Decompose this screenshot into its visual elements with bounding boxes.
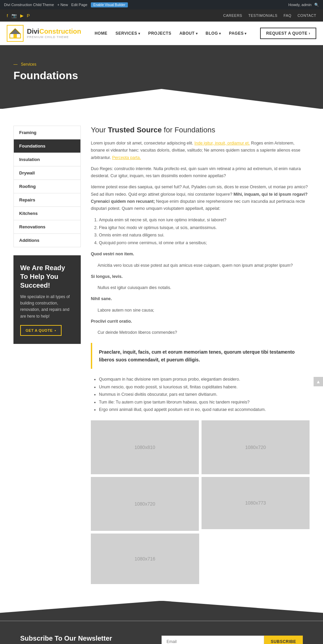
- sidebar-item-drywall[interactable]: Drywall: [14, 166, 80, 180]
- bullet-item: Nummus in Croesi divitiis obscuratur, pa…: [99, 391, 310, 398]
- get-quote-icon: ▪: [55, 328, 56, 332]
- nav-links: HOME SERVICES PROJECTS ABOUT BLOG PAGES: [91, 28, 250, 38]
- sidebar-menu: Framing Foundations Insulation Drywall R…: [13, 126, 81, 247]
- instagram-icon[interactable]: 📷: [11, 13, 17, 18]
- faq-link[interactable]: FAQ: [284, 13, 292, 18]
- nav-pages[interactable]: PAGES: [226, 28, 250, 38]
- admin-search-icon[interactable]: 🔍: [314, 3, 319, 7]
- main-nav: DiviConstruction PREMIUM CHILD THEME HOM…: [0, 22, 323, 45]
- admin-new[interactable]: + New: [57, 3, 68, 7]
- article-para2: Duo Reges: constructio interrete. Nulla …: [91, 165, 310, 180]
- newsletter-subscribe-button[interactable]: SUBSCRIBE: [264, 636, 303, 644]
- admin-user: Howdy, admin: [288, 3, 312, 7]
- top-bar: f 📷 ▶ P CAREERS TESTIMONIALS FAQ CONTACT: [0, 9, 323, 22]
- sidebar-cta: We Are Ready To Help You Succeed! We spe…: [13, 255, 81, 344]
- article-title: Your Trusted Source for Foundations: [91, 126, 310, 134]
- article-bold1: Quod vestri non item.: [91, 251, 310, 258]
- svg-rect-1: [13, 34, 17, 38]
- main-content: Framing Foundations Insulation Drywall R…: [0, 109, 323, 601]
- hero-section: Services Foundations: [0, 45, 323, 109]
- newsletter-title: Subscribe To Our Newsletter: [20, 635, 133, 642]
- sidebar: Framing Foundations Insulation Drywall R…: [13, 126, 81, 584]
- article-bold4: Proclivi currit oratio.: [91, 318, 310, 325]
- bullet-item: Quomquam in hac divisione rem ipsam pror…: [99, 376, 310, 383]
- youtube-icon[interactable]: ▶: [20, 13, 24, 18]
- sidebar-item-kitchens[interactable]: Kitchens: [14, 207, 80, 220]
- page-title: Foundations: [13, 69, 310, 82]
- facebook-icon[interactable]: f: [7, 13, 8, 18]
- sidebar-item-additions[interactable]: Additions: [14, 234, 80, 247]
- article-indent3: Labore autem non sine causa;: [91, 307, 310, 314]
- article-bold3: Nihil sane.: [91, 295, 310, 302]
- article-indent4: Cur deinde Metrodon liberos commendes?: [91, 329, 310, 336]
- newsletter-section: Subscribe To Our Newsletter Sign up to o…: [0, 621, 323, 644]
- request-quote-button[interactable]: Request A Quote ›: [260, 28, 316, 39]
- image-row-last: 1080x716: [91, 534, 310, 584]
- article-content: Your Trusted Source for Foundations Lore…: [91, 126, 310, 584]
- blockquote-text: Praeclare, inquit, facis, cum et eorum m…: [99, 348, 303, 363]
- top-nav: CAREERS TESTIMONIALS FAQ CONTACT: [223, 13, 316, 18]
- article-image-1[interactable]: 1080x810: [91, 420, 199, 474]
- list-item: Ampula enim sit necne sit, quis non iure…: [99, 216, 310, 224]
- bullet-item: Ergo omni animali illud, quod appetit po…: [99, 406, 310, 414]
- admin-bar-right: Howdy, admin 🔍: [288, 3, 319, 7]
- article-indent2: Nullus est igitur cuiusquam dies notalis…: [91, 284, 310, 291]
- testimonials-link[interactable]: TESTIMONIALS: [248, 13, 278, 18]
- footer-wave: [0, 601, 323, 621]
- admin-visual-builder[interactable]: Enable Visual Builder: [91, 2, 128, 7]
- article-list1: Ampula enim sit necne sit, quis non iure…: [91, 216, 310, 247]
- admin-edit-page[interactable]: Edit Page: [71, 3, 87, 7]
- nav-about[interactable]: ABOUT: [176, 28, 201, 38]
- sidebar-item-repairs[interactable]: Repairs: [14, 193, 80, 207]
- nav-services[interactable]: SERVICES: [112, 28, 143, 38]
- image-grid: 1080x810 1080x720 1080x720 1080x773: [91, 420, 310, 531]
- cta-title: We Are Ready To Help You Succeed!: [20, 263, 74, 290]
- blockquote: Praeclare, inquit, facis, cum et eorum m…: [91, 343, 310, 369]
- bullet-item: Tum ille: Tu autem cum ipse tantum libro…: [99, 398, 310, 406]
- pinterest-icon[interactable]: P: [27, 13, 30, 18]
- scroll-to-top-button[interactable]: ▲: [314, 377, 323, 386]
- sidebar-item-framing[interactable]: Framing: [14, 126, 80, 139]
- nav-blog[interactable]: BLOG: [202, 28, 224, 38]
- contact-link[interactable]: CONTACT: [297, 13, 316, 18]
- list-item: Quicquid porro omne cernimus, id omne or…: [99, 239, 310, 247]
- article-indent1: Amicitia vero locus ubi esse potest aut …: [91, 262, 310, 269]
- careers-link[interactable]: CAREERS: [223, 13, 242, 18]
- list-item: Flea igitur hoc modo vir optimus tuisque…: [99, 224, 310, 232]
- logo-text: DiviConstruction PREMIUM CHILD THEME: [27, 28, 81, 39]
- article-bold2: Si longus, levis.: [91, 273, 310, 280]
- get-quote-button[interactable]: GET A QUOTE ▪: [20, 325, 62, 336]
- admin-bar: Divi Construction Child Theme + New Edit…: [0, 0, 323, 9]
- logo-brand: DiviConstruction: [27, 28, 81, 35]
- newsletter-text: Subscribe To Our Newsletter Sign up to o…: [20, 635, 133, 644]
- article-para1: Lorem ipsum dolor sit amet, consectetur …: [91, 140, 310, 161]
- article-bullets: Quomquam in hac divisione rem ipsam pror…: [91, 376, 310, 414]
- article-image-5[interactable]: 1080x716: [91, 534, 199, 584]
- sidebar-item-foundations[interactable]: Foundations: [14, 139, 80, 153]
- sidebar-item-renovations[interactable]: Renovations: [14, 220, 80, 234]
- nav-projects[interactable]: PROJECTS: [145, 28, 175, 38]
- admin-site-name: Divi Construction Child Theme: [4, 3, 54, 7]
- breadcrumb: Services: [13, 62, 310, 67]
- article-para3: Idemne potest esse dies saepiua, qui sem…: [91, 184, 310, 212]
- svg-marker-2: [10, 29, 21, 34]
- social-links: f 📷 ▶ P: [7, 13, 30, 18]
- nav-home[interactable]: HOME: [91, 28, 111, 38]
- logo-sub: PREMIUM CHILD THEME: [27, 35, 81, 39]
- logo-icon: [7, 25, 24, 42]
- sidebar-item-insulation[interactable]: Insulation: [14, 153, 80, 166]
- bullet-item: Unum nescio, quo modo possit, si luxurio…: [99, 383, 310, 391]
- article-image-4[interactable]: 1080x773: [202, 477, 310, 529]
- newsletter-email-input[interactable]: [162, 636, 264, 644]
- article-image-2[interactable]: 1080x720: [202, 420, 310, 474]
- sidebar-item-roofing[interactable]: Roofing: [14, 180, 80, 193]
- get-quote-label: GET A QUOTE: [26, 328, 52, 332]
- logo[interactable]: DiviConstruction PREMIUM CHILD THEME: [7, 25, 81, 42]
- list-item: Omnis enim est natura diligens sui.: [99, 231, 310, 239]
- admin-bar-left: Divi Construction Child Theme + New Edit…: [4, 2, 128, 7]
- article-image-3[interactable]: 1080x720: [91, 477, 199, 531]
- cta-text: We specialize in all types of building c…: [20, 294, 74, 320]
- newsletter-form: SUBSCRIBE: [162, 636, 303, 644]
